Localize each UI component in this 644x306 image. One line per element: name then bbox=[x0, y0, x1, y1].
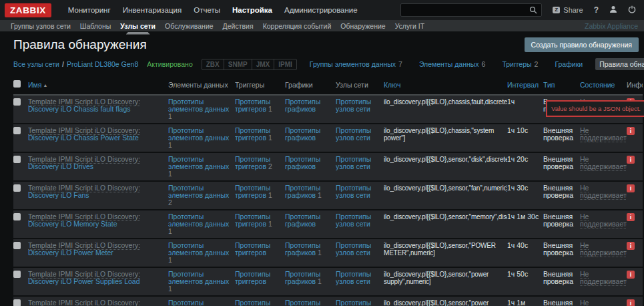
host-prototypes-link[interactable]: Прототипы узлов сети bbox=[336, 98, 371, 113]
trigger-prototypes-link[interactable]: Прототипы триггеров bbox=[235, 270, 270, 285]
row-checkbox[interactable] bbox=[13, 184, 21, 192]
column-name[interactable]: Имя bbox=[28, 81, 41, 89]
column-key[interactable]: Ключ bbox=[384, 81, 400, 89]
zabbix-logo[interactable]: ZABBIX bbox=[5, 3, 51, 17]
graph-prototypes-link[interactable]: Прототипы графиков bbox=[285, 241, 320, 257]
create-discovery-rule-button[interactable]: Создать правило обнаружения bbox=[525, 37, 639, 52]
info-icon[interactable]: i bbox=[627, 299, 635, 306]
row-status[interactable]: Не поддерживается bbox=[580, 212, 627, 228]
subnav-maintenance[interactable]: Обслуживание bbox=[160, 21, 218, 31]
info-icon[interactable]: i bbox=[627, 156, 635, 164]
discovery-rule-link[interactable]: Discovery iLO Drives bbox=[28, 162, 93, 170]
subnav-templates[interactable]: Шаблоны bbox=[75, 21, 115, 31]
row-status[interactable]: Не поддерживается bbox=[580, 155, 627, 171]
item-prototypes-link[interactable]: Прототипы элементов данных bbox=[168, 299, 229, 306]
row-status[interactable]: Не поддерживается bbox=[580, 270, 627, 286]
info-icon[interactable]: i bbox=[627, 184, 635, 192]
nav-monitoring[interactable]: Мониторинг bbox=[62, 2, 117, 18]
row-checkbox[interactable] bbox=[13, 213, 21, 220]
discovery-rule-link[interactable]: Discovery iLO Fans bbox=[28, 191, 89, 199]
breadcrumb: Все узлы сети/ProLiant DL380e Gen8 bbox=[13, 60, 138, 68]
graph-prototypes-link[interactable]: Прототипы графиков bbox=[285, 155, 320, 170]
discovery-rule-link[interactable]: Discovery iLO Memory State bbox=[28, 220, 117, 228]
share-button[interactable]: Z Share bbox=[553, 6, 583, 14]
subnav-hostgroups[interactable]: Группы узлов сети bbox=[6, 21, 75, 31]
item-prototypes-link[interactable]: Прототипы элементов данных bbox=[168, 155, 229, 170]
item-prototypes-link[interactable]: Прототипы элементов данных bbox=[168, 241, 229, 257]
nav-configuration[interactable]: Настройка bbox=[226, 2, 278, 18]
discovery-rule-link[interactable]: Discovery iLO Power Supplies Load bbox=[28, 277, 140, 285]
info-icon[interactable]: i bbox=[627, 271, 635, 279]
item-prototypes-link[interactable]: Прототипы элементов данных bbox=[168, 126, 229, 142]
search-icon[interactable] bbox=[529, 6, 537, 14]
graph-prototypes-link[interactable]: Прототипы графиков bbox=[285, 212, 320, 228]
row-checkbox[interactable] bbox=[13, 271, 21, 278]
trigger-prototypes-link[interactable]: Прототипы триггеров bbox=[235, 98, 270, 113]
select-all-checkbox[interactable] bbox=[13, 80, 21, 88]
row-checkbox[interactable] bbox=[13, 98, 21, 106]
trigger-prototypes-link[interactable]: Прототипы триггеров bbox=[235, 126, 270, 142]
graph-prototypes-link[interactable]: Прототипы графиков bbox=[285, 270, 320, 285]
nav-inventory[interactable]: Инвентаризация bbox=[117, 2, 188, 18]
discovery-rule-link[interactable]: Discovery iLO Chassis fault flags bbox=[28, 105, 130, 113]
row-status[interactable]: Не поддерживается bbox=[580, 126, 627, 142]
subnav-event-correlation[interactable]: Корреляция событий bbox=[258, 21, 336, 31]
search-input[interactable] bbox=[401, 6, 529, 14]
host-prototypes-link[interactable]: Прототипы узлов сети bbox=[336, 126, 371, 142]
row-checkbox[interactable] bbox=[13, 127, 21, 134]
subnav-actions[interactable]: Действия bbox=[218, 21, 258, 31]
breadcrumb-all-hosts[interactable]: Все узлы сети bbox=[13, 60, 59, 68]
column-status[interactable]: Состояние bbox=[580, 81, 615, 89]
tab-graphs[interactable]: Графики bbox=[551, 58, 587, 70]
trigger-prototypes-link[interactable]: Прототипы триггеров bbox=[235, 212, 270, 228]
tab-triggers[interactable]: Триггеры2 bbox=[498, 58, 542, 70]
graph-prototypes-link[interactable]: Прототипы графиков bbox=[285, 299, 320, 306]
info-icon[interactable]: i bbox=[627, 127, 635, 135]
subnav-it-services[interactable]: Услуги IT bbox=[390, 21, 430, 31]
row-checkbox[interactable] bbox=[13, 299, 21, 306]
row-checkbox[interactable] bbox=[13, 242, 21, 249]
nav-administration[interactable]: Администрирование bbox=[278, 2, 364, 18]
tab-discovery-rules[interactable]: Правила обнаружения10 bbox=[595, 58, 644, 70]
host-prototypes-link[interactable]: Прототипы узлов сети bbox=[336, 212, 371, 228]
trigger-prototypes-link[interactable]: Прототипы триггеров bbox=[235, 155, 270, 170]
trigger-prototypes-link[interactable]: Прототипы триггеров bbox=[235, 184, 270, 199]
discovery-rule-link[interactable]: Discovery iLO Chassis Power State bbox=[28, 134, 139, 142]
graph-prototypes-link[interactable]: Прототипы графиков bbox=[285, 98, 320, 113]
tab-applications[interactable]: Группы элементов данных7 bbox=[306, 58, 406, 70]
info-icon[interactable]: i bbox=[627, 242, 635, 250]
host-status-link[interactable]: Активировано bbox=[147, 60, 192, 68]
subnav-hosts[interactable]: Узлы сети bbox=[115, 21, 160, 31]
tab-items[interactable]: Элементы данных6 bbox=[415, 58, 490, 70]
template-link[interactable]: Template IPMI Script iLO Discovery: bbox=[28, 299, 140, 306]
graph-prototypes-link[interactable]: Прототипы графиков bbox=[285, 126, 320, 142]
nav-reports[interactable]: Отчеты bbox=[188, 2, 226, 18]
host-prototypes-link[interactable]: Прототипы узлов сети bbox=[336, 155, 371, 170]
trigger-prototypes-link[interactable]: Прототипы триггеров bbox=[235, 299, 270, 306]
discovery-rule-link[interactable]: Discovery iLO Power Meter bbox=[28, 249, 113, 257]
row-checkbox[interactable] bbox=[13, 156, 21, 163]
profile-button[interactable] bbox=[609, 5, 617, 15]
item-prototypes-link[interactable]: Прототипы элементов данных bbox=[168, 212, 229, 228]
graph-prototypes-link[interactable]: Прототипы графиков bbox=[285, 184, 320, 199]
host-prototypes-link[interactable]: Прототипы узлов сети bbox=[336, 270, 371, 285]
column-type[interactable]: Тип bbox=[543, 81, 555, 89]
row-status[interactable]: Не поддерживается bbox=[580, 299, 627, 306]
help-button[interactable]: ? bbox=[594, 5, 599, 15]
item-prototypes-link[interactable]: Прототипы элементов данных bbox=[168, 270, 229, 285]
trigger-prototypes-link[interactable]: Прототипы триггеров bbox=[235, 241, 270, 257]
subnav-discovery[interactable]: Обнаружение bbox=[336, 21, 390, 31]
item-prototypes-link[interactable]: Прототипы элементов данных bbox=[168, 98, 229, 113]
column-interval[interactable]: Интервал bbox=[507, 81, 539, 89]
logout-button[interactable] bbox=[628, 5, 636, 15]
row-status[interactable]: Не поддерживается bbox=[580, 241, 627, 257]
host-prototypes-link[interactable]: Прототипы узлов сети bbox=[336, 184, 371, 199]
rule-interval: 1ч 1м 30с bbox=[507, 210, 543, 239]
host-prototypes-link[interactable]: Прототипы узлов сети bbox=[336, 241, 371, 257]
breadcrumb-host[interactable]: ProLiant DL380e Gen8 bbox=[67, 60, 138, 68]
rule-key: ilo_discovery.pl[{$ILO},sensor,"power su… bbox=[384, 296, 507, 306]
item-prototypes-link[interactable]: Прототипы элементов данных bbox=[168, 184, 229, 199]
row-status[interactable]: Не поддерживается bbox=[580, 184, 627, 200]
info-icon[interactable]: i bbox=[627, 213, 635, 221]
host-prototypes-link[interactable]: Прототипы узлов сети bbox=[336, 299, 371, 306]
